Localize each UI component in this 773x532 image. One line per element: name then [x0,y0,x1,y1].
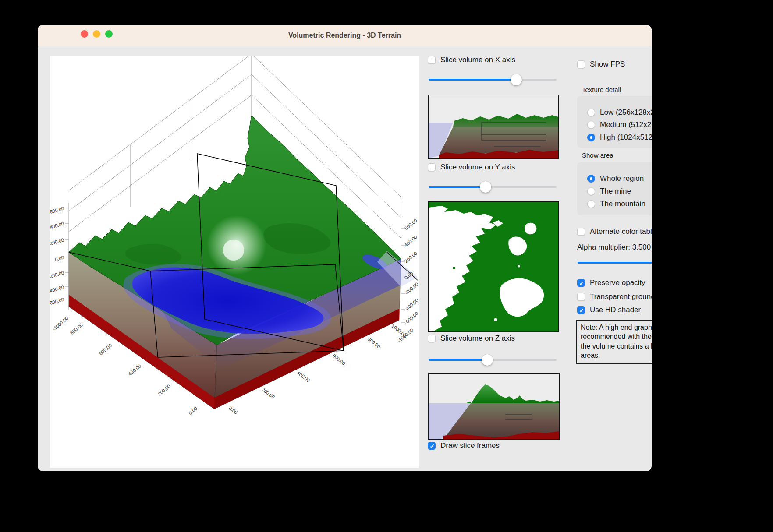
show-fps-checkbox[interactable] [577,60,585,68]
svg-text:400.00: 400.00 [50,221,65,230]
area-whole-region-radio[interactable] [587,175,595,183]
transparent-ground-label: Transparent ground [590,292,652,301]
alternate-color-table-row: Alternate color table [577,227,652,236]
svg-text:-400.00: -400.00 [50,284,65,294]
preserve-opacity-checkbox[interactable] [577,279,585,287]
use-hd-shader-label: Use HD shader [590,306,641,314]
alpha-multiplier-row: Alpha multiplier: 3.500 [577,243,651,252]
svg-text:0.00: 0.00 [188,405,198,416]
use-hd-shader-checkbox[interactable] [577,306,585,314]
texture-high-row: High (1024x512x1024) [587,133,652,142]
slice-x-checkbox[interactable] [428,56,436,64]
title-bar: Volumetric Rendering - 3D Terrain [38,25,652,46]
svg-text:1000.00: 1000.00 [390,323,408,338]
svg-text:600.00: 600.00 [50,205,65,215]
texture-high-label: High (1024x512x1024) [600,133,652,142]
area-whole-row: Whole region [587,174,644,183]
svg-text:-1000.00: -1000.00 [51,315,69,331]
area-mine-radio[interactable] [587,187,595,195]
svg-text:600.00: 600.00 [332,353,347,366]
texture-low-label: Low (256x128x256) [600,108,652,117]
slice-y-row: Slice volume on Y axis [428,163,515,172]
texture-low-row: Low (256x128x256) [587,108,652,117]
draw-slice-frames-checkbox[interactable] [428,442,436,450]
show-area-title: Show area [582,151,613,159]
svg-text:800.00: 800.00 [367,336,382,349]
slice-x-slider-thumb[interactable] [511,74,522,85]
svg-text:200.00: 200.00 [50,237,65,246]
window-title: Volumetric Rendering - 3D Terrain [38,25,652,46]
svg-text:-600.00: -600.00 [50,296,65,306]
slice-x-label: Slice volume on X axis [440,56,515,64]
slice-y-slider[interactable] [429,181,557,193]
terrain-3d-viewport[interactable]: 600.00 400.00 200.00 0.00 -200.00 -400.0… [50,56,419,468]
svg-text:400.00: 400.00 [296,370,311,383]
transparent-ground-row: Transparent ground [577,292,652,301]
draw-slice-frames-row: Draw slice frames [428,441,500,450]
texture-detail-group: Low (256x128x256) Medium (512x256x512) H… [577,96,652,148]
alpha-multiplier-label: Alpha multiplier: 3.500 [577,243,651,252]
svg-text:0.00: 0.00 [228,405,238,416]
slice-z-slider-thumb[interactable] [482,354,493,366]
transparent-ground-checkbox[interactable] [577,293,585,301]
texture-high-radio[interactable] [587,134,595,141]
alternate-color-table-label: Alternate color table [590,227,652,236]
svg-text:600.00: 600.00 [404,218,418,231]
texture-medium-label: Medium (512x256x512) [600,120,652,129]
alternate-color-table-checkbox[interactable] [577,228,585,236]
svg-text:200.00: 200.00 [261,387,276,400]
y-slice-preview [428,201,559,332]
slice-x-slider[interactable] [429,74,557,85]
z-slice-preview [428,373,560,440]
draw-slice-frames-label: Draw slice frames [440,441,500,450]
slice-z-row: Slice volume on Z axis [428,334,515,343]
svg-text:-200.00: -200.00 [50,270,65,279]
slice-z-slider[interactable] [429,354,557,366]
texture-low-radio[interactable] [587,109,595,116]
slice-z-label: Slice volume on Z axis [440,334,515,343]
area-mountain-radio[interactable] [587,200,595,208]
app-window: Volumetric Rendering - 3D Terrain [38,25,652,471]
show-fps-row: Show FPS [577,60,625,69]
slice-y-slider-thumb[interactable] [480,181,491,193]
show-fps-label: Show FPS [590,60,625,69]
svg-text:0.00: 0.00 [54,254,65,262]
slice-y-label: Slice volume on Y axis [440,163,515,172]
svg-text:-600.00: -600.00 [404,310,419,325]
preserve-opacity-label: Preserve opacity [590,278,645,287]
svg-text:800.00: 800.00 [69,322,84,336]
texture-detail-title: Texture detail [582,86,621,93]
texture-medium-row: Medium (512x256x512) [587,120,652,129]
svg-text:200.00: 200.00 [157,384,171,397]
area-mountain-label: The mountain [600,200,645,208]
use-hd-shader-row: Use HD shader [577,306,641,314]
area-whole-region-label: Whole region [600,174,644,183]
slice-z-checkbox[interactable] [428,335,436,342]
area-mountain-row: The mountain [587,200,645,208]
area-mine-label: The mine [600,187,631,196]
svg-text:200.00: 200.00 [404,250,418,264]
terrain-3d-render: 600.00 400.00 200.00 0.00 -200.00 -400.0… [50,56,419,468]
slice-x-row: Slice volume on X axis [428,56,515,64]
texture-medium-radio[interactable] [587,121,595,129]
alpha-multiplier-slider[interactable] [578,257,652,268]
svg-text:400.00: 400.00 [404,234,418,248]
slice-y-checkbox[interactable] [428,163,436,171]
preserve-opacity-row: Preserve opacity [577,278,645,287]
hd-shader-note: Note: A high end graphics card is recomm… [576,320,652,364]
svg-text:600.00: 600.00 [98,343,113,356]
show-area-group: Whole region The mine The mountain [577,162,652,215]
svg-text:-400.00: -400.00 [404,297,419,312]
svg-text:400.00: 400.00 [128,363,142,377]
x-slice-preview [428,95,559,159]
area-mine-row: The mine [587,187,631,196]
